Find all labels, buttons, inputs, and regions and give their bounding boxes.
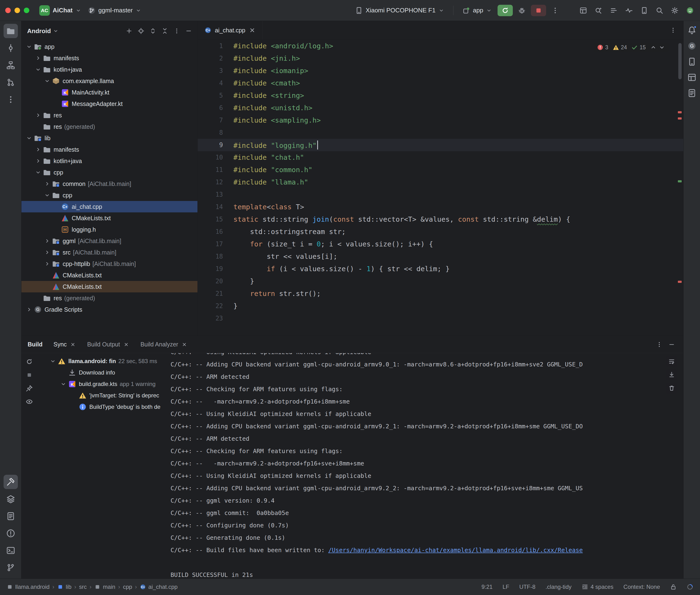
clear-console-icon[interactable] [666, 382, 677, 394]
error-stripe[interactable] [676, 40, 683, 336]
code-line-11[interactable]: 11#include "common.h" [198, 164, 683, 176]
hide-panel-icon[interactable] [183, 26, 194, 36]
app-insights-icon[interactable] [685, 87, 698, 100]
tree-item-kotlin-java[interactable]: kotlin+java [22, 64, 197, 75]
project-selector[interactable]: AC AiChat [36, 3, 85, 18]
expand-all-icon[interactable] [147, 26, 159, 36]
chevron-down-icon[interactable] [25, 42, 33, 51]
chevron-right-icon[interactable] [43, 259, 52, 268]
code-line-16[interactable]: 16 std::ostringstream str; [198, 225, 683, 238]
device-manager-icon[interactable] [638, 5, 650, 16]
next-problem-icon[interactable] [659, 44, 665, 51]
tree-item-llama-android-fin[interactable]: llama.android: fin22 sec, 583 ms [37, 356, 170, 367]
line-number[interactable]: 20 [198, 278, 233, 285]
chevron-right-icon[interactable] [43, 248, 52, 257]
code-line-2[interactable]: 2#include <jni.h> [198, 52, 683, 64]
line-number[interactable]: 12 [198, 178, 233, 186]
tree-item-cpp[interactable]: cpp [22, 167, 197, 178]
code-line-13[interactable]: 13 [198, 188, 683, 201]
chevron-right-icon[interactable] [34, 157, 43, 165]
code-line-20[interactable]: 20 } [198, 275, 683, 287]
tree-item-app[interactable]: app [22, 41, 197, 52]
commit-icon[interactable] [4, 41, 18, 55]
code-line-18[interactable]: 18 str << values[i]; [198, 250, 683, 263]
chevron-down-icon[interactable] [49, 357, 57, 366]
breadcrumb-main[interactable]: main [94, 584, 115, 590]
more-tools-icon[interactable] [4, 92, 18, 107]
code-line-15[interactable]: 15static std::string join(const std::vec… [198, 213, 683, 225]
line-number[interactable]: 7 [198, 117, 233, 124]
tree-item-kotlin-java[interactable]: kotlin+java [22, 155, 197, 167]
build-options-icon[interactable] [654, 339, 665, 350]
add-icon[interactable] [123, 26, 135, 36]
stripe-mark[interactable] [678, 180, 682, 182]
breadcrumb-lib[interactable]: lib [57, 584, 72, 590]
code-editor[interactable]: 1#include <android/log.h>2#include <jni.… [198, 40, 683, 336]
line-number[interactable]: 4 [198, 80, 233, 87]
stripe-mark[interactable] [678, 117, 682, 119]
logcat-icon[interactable] [4, 509, 18, 523]
code-line-9[interactable]: 9#include "logging.h" [198, 139, 683, 151]
chevron-down-icon[interactable] [53, 28, 59, 34]
line-number[interactable]: 13 [198, 191, 233, 198]
tree-item-res[interactable]: res(generated) [22, 292, 197, 304]
close-tab-icon[interactable] [249, 27, 256, 34]
tree-item-gradle-scripts[interactable]: GGradle Scripts [22, 304, 197, 315]
tree-item-jvmtarget-string-is-deprec[interactable]: 'jvmTarget: String' is deprec [37, 390, 170, 401]
build-tab-build-analyzer[interactable]: Build Analyzer [141, 341, 187, 348]
tree-item-messageadapter-kt[interactable]: KMessageAdapter.kt [22, 98, 197, 110]
chevron-right-icon[interactable] [34, 111, 43, 119]
breadcrumb-ai-chat-cpp[interactable]: C+ai_chat.cpp [140, 584, 178, 590]
tree-item-manifests[interactable]: manifests [22, 144, 197, 155]
pull-requests-icon[interactable] [4, 75, 18, 89]
build-tab-sync[interactable]: Sync [54, 341, 76, 348]
line-number[interactable]: 1 [198, 42, 233, 50]
apply-changes-button[interactable] [498, 5, 513, 16]
editor-tab-ai-chat-cpp[interactable]: C+ ai_chat.cpp [198, 21, 263, 39]
tree-item-cmakelists-txt[interactable]: CMakeLists.txt [22, 270, 197, 281]
build-console[interactable]: C/C++: -- Using KleidiAI optimized kerne… [170, 353, 683, 578]
stop-icon[interactable] [24, 369, 35, 381]
hide-build-panel-icon[interactable] [666, 339, 677, 350]
code-line-3[interactable]: 3#include <iomanip> [198, 64, 683, 77]
vcs-branch-selector[interactable]: ggml-master [85, 5, 145, 16]
tree-item-res[interactable]: res(generated) [22, 121, 197, 132]
line-number[interactable]: 23 [198, 315, 233, 322]
line-number[interactable]: 11 [198, 166, 233, 173]
build-tab-build-output[interactable]: Build Output [87, 341, 129, 348]
profiler-icon[interactable] [623, 5, 635, 16]
tree-item-manifests[interactable]: manifests [22, 52, 197, 64]
tree-item-cmakelists-txt[interactable]: CMakeLists.txt [22, 213, 197, 224]
running-devices-icon[interactable] [685, 71, 698, 84]
code-line-23[interactable]: 23 [198, 312, 683, 324]
stop-button[interactable] [531, 5, 546, 16]
file-encoding[interactable]: UTF-8 [519, 584, 535, 590]
device-explorer-icon[interactable] [4, 492, 18, 506]
line-number[interactable]: 14 [198, 203, 233, 210]
code-line-21[interactable]: 21 return str.str(); [198, 287, 683, 300]
code-line-10[interactable]: 10#include "chat.h" [198, 151, 683, 164]
structure-icon[interactable] [4, 58, 18, 73]
stripe-mark[interactable] [678, 111, 682, 113]
tree-item-ai-chat-cpp[interactable]: C+ai_chat.cpp [22, 201, 197, 213]
chevron-down-icon[interactable] [43, 77, 52, 85]
chevron-down-icon[interactable] [43, 191, 52, 200]
line-number[interactable]: 10 [198, 154, 233, 161]
gradle-icon[interactable]: G [685, 39, 698, 52]
line-ending[interactable]: LF [503, 584, 509, 590]
code-line-22[interactable]: 22} [198, 300, 683, 312]
build-window-title[interactable]: Build [28, 341, 43, 348]
locate-file-icon[interactable] [136, 26, 146, 36]
inspections-widget[interactable]: 3 24 15 [593, 42, 669, 52]
tree-item-cmakelists-txt[interactable]: CMakeLists.txt [22, 281, 197, 292]
build-icon[interactable] [4, 475, 18, 489]
breadcrumb-cpp[interactable]: cpp [123, 584, 132, 590]
chevron-down-icon[interactable] [25, 134, 33, 142]
project-view-selector[interactable]: Android [27, 27, 51, 35]
line-number[interactable]: 9 [198, 141, 233, 148]
tree-item-buildtype-debug-is-both-de[interactable]: BuildType 'debug' is both de [37, 401, 170, 413]
inspections-status-icon[interactable] [687, 584, 693, 590]
code-line-5[interactable]: 5#include <string> [198, 89, 683, 102]
chevron-down-icon[interactable] [34, 65, 43, 74]
stripe-mark[interactable] [678, 281, 682, 283]
